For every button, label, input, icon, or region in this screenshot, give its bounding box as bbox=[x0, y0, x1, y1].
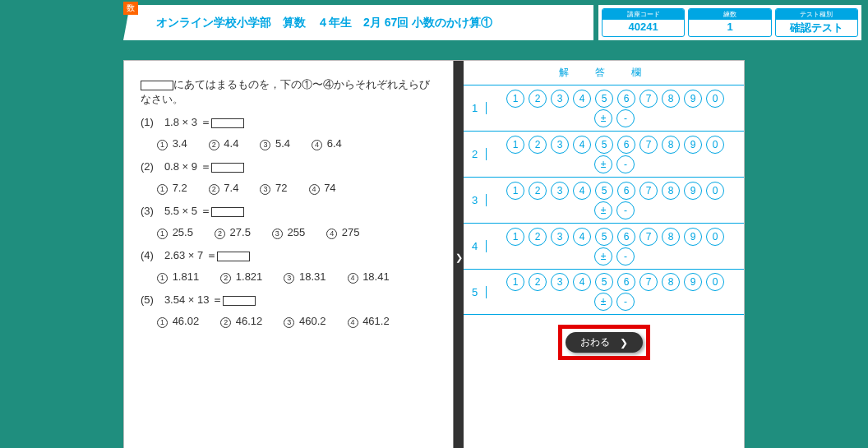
info-code: 講座コード 40241 bbox=[602, 8, 685, 37]
option-value: 74 bbox=[324, 182, 335, 194]
answer-bubble[interactable]: - bbox=[616, 155, 635, 173]
end-button-label: おわる bbox=[580, 335, 610, 349]
blank-box bbox=[223, 296, 256, 306]
answer-bubble[interactable]: - bbox=[616, 247, 635, 266]
answer-bubble[interactable]: 5 bbox=[595, 90, 613, 108]
option-marker: 3 bbox=[284, 273, 294, 284]
answer-bubble[interactable]: 0 bbox=[706, 182, 724, 200]
answer-bubble[interactable]: 2 bbox=[529, 90, 547, 108]
q-expr: 3.54 × 13 ＝ bbox=[164, 293, 223, 306]
answer-bubble[interactable]: ± bbox=[594, 155, 612, 173]
answer-bubble[interactable]: 4 bbox=[573, 136, 591, 154]
question-item: (1) 1.8 × 3 ＝1 3.4 2 4.4 3 5.4 4 6.4 bbox=[141, 115, 436, 151]
answer-bubble[interactable]: 7 bbox=[639, 182, 658, 200]
answer-bubble[interactable]: 3 bbox=[551, 90, 569, 108]
answer-bubble[interactable]: 7 bbox=[639, 273, 658, 291]
answer-bubble[interactable]: 0 bbox=[706, 273, 724, 291]
answer-bubble[interactable]: - bbox=[616, 201, 635, 219]
answer-bubble[interactable]: ± bbox=[594, 293, 612, 311]
answer-bubble[interactable]: 1 bbox=[506, 273, 524, 291]
blank-box bbox=[211, 207, 244, 217]
answer-bubble[interactable]: 3 bbox=[551, 228, 569, 246]
option-value: 46.02 bbox=[173, 315, 200, 327]
answer-row: 21234567890±- bbox=[464, 131, 744, 177]
blank-box bbox=[141, 81, 173, 90]
answer-bubble[interactable]: 1 bbox=[506, 90, 524, 108]
option-marker: 3 bbox=[284, 317, 294, 328]
option-value: 46.12 bbox=[236, 315, 263, 327]
q-expr: 5.5 × 5 ＝ bbox=[164, 205, 211, 217]
answer-bubble[interactable]: 5 bbox=[595, 273, 613, 291]
answer-bubble[interactable]: 8 bbox=[662, 182, 680, 200]
answer-bubble[interactable]: 3 bbox=[551, 136, 569, 154]
answer-bubble[interactable]: 2 bbox=[529, 182, 547, 200]
answer-title: 解 答 欄 bbox=[464, 61, 744, 85]
answer-bubble[interactable]: 6 bbox=[617, 273, 635, 291]
answer-bubble[interactable]: - bbox=[616, 109, 635, 127]
answer-bubble[interactable]: - bbox=[616, 293, 635, 311]
option-marker: 4 bbox=[326, 229, 337, 239]
answer-bubble[interactable]: 1 bbox=[506, 136, 524, 154]
answer-bubble[interactable]: 1 bbox=[506, 182, 524, 200]
row-number: 5 bbox=[464, 286, 487, 298]
answer-bubble[interactable]: 9 bbox=[684, 90, 702, 108]
answer-bubble[interactable]: 7 bbox=[639, 90, 658, 108]
answer-bubble[interactable]: 2 bbox=[529, 136, 547, 154]
info-type: テスト種別 確認テスト bbox=[775, 8, 858, 37]
answer-bubble[interactable]: 9 bbox=[684, 228, 702, 246]
answer-bubble[interactable]: ± bbox=[594, 109, 612, 127]
answer-bubble[interactable]: 4 bbox=[573, 90, 591, 108]
option-marker: 1 bbox=[157, 140, 168, 150]
answer-bubble[interactable]: 0 bbox=[706, 228, 724, 246]
answer-bubble[interactable]: 5 bbox=[595, 136, 613, 154]
question-pane: にあてはまるものを，下の①〜④からそれぞれえらびなさい。 (1) 1.8 × 3… bbox=[124, 61, 453, 448]
q-opts: 1 3.4 2 4.4 3 5.4 4 6.4 bbox=[141, 136, 436, 151]
answer-bubble[interactable]: 0 bbox=[706, 136, 724, 154]
answer-row: 11234567890±- bbox=[464, 85, 744, 131]
answer-bubble[interactable]: 6 bbox=[617, 182, 635, 200]
info-num-value: 1 bbox=[689, 20, 770, 34]
answer-bubble[interactable]: 2 bbox=[529, 273, 547, 291]
answer-bubble[interactable]: 3 bbox=[551, 273, 569, 291]
option-value: 275 bbox=[342, 226, 360, 238]
answer-bubble[interactable]: 8 bbox=[662, 90, 680, 108]
answer-bubble[interactable]: 8 bbox=[662, 273, 680, 291]
chevron-right-icon: ❯ bbox=[455, 252, 463, 263]
answer-bubble[interactable]: 9 bbox=[684, 136, 702, 154]
answer-bubble[interactable]: 7 bbox=[639, 228, 658, 246]
answer-bubble[interactable]: 4 bbox=[573, 273, 591, 291]
answer-bubble[interactable]: 8 bbox=[662, 228, 680, 246]
answer-bubble[interactable]: 3 bbox=[551, 182, 569, 200]
answer-bubble[interactable]: 8 bbox=[662, 136, 680, 154]
answer-bubble[interactable]: 6 bbox=[617, 228, 635, 246]
answer-bubble[interactable]: 6 bbox=[617, 136, 635, 154]
answer-bubble[interactable]: 5 bbox=[595, 182, 613, 200]
q-expr: 0.8 × 9 ＝ bbox=[164, 160, 211, 173]
answer-bubble[interactable]: 9 bbox=[684, 273, 702, 291]
answer-bubble[interactable]: 0 bbox=[706, 90, 724, 108]
answer-bubble[interactable]: ± bbox=[594, 247, 612, 266]
end-highlight: おわる ❯ bbox=[558, 325, 650, 360]
bubble-group: 1234567890±- bbox=[487, 178, 744, 223]
answer-row: 41234567890±- bbox=[464, 223, 744, 269]
q-index: (4) bbox=[141, 249, 154, 261]
answer-pane: 解 答 欄 11234567890±-21234567890±-31234567… bbox=[464, 61, 744, 448]
option-value: 7.4 bbox=[224, 182, 238, 194]
answer-bubble[interactable]: ± bbox=[594, 201, 612, 219]
expand-bar[interactable]: ❯ bbox=[454, 61, 464, 448]
end-button[interactable]: おわる ❯ bbox=[566, 332, 643, 353]
q-opts: 1 25.5 2 27.5 3 255 4 275 bbox=[141, 225, 436, 240]
answer-bubble[interactable]: 2 bbox=[529, 228, 547, 246]
answer-bubble[interactable]: 6 bbox=[617, 90, 635, 108]
answer-bubble[interactable]: 1 bbox=[506, 228, 524, 246]
answer-bubble[interactable]: 4 bbox=[573, 182, 591, 200]
option-value: 461.2 bbox=[362, 315, 390, 327]
answer-bubble[interactable]: 4 bbox=[573, 228, 591, 246]
answer-bubble[interactable]: 9 bbox=[684, 182, 702, 200]
option-value: 5.4 bbox=[275, 137, 290, 150]
chevron-right-icon: ❯ bbox=[620, 337, 628, 349]
q-index: (3) bbox=[141, 205, 154, 217]
answer-bubble[interactable]: 7 bbox=[639, 136, 658, 154]
bubble-group: 1234567890±- bbox=[487, 132, 744, 177]
answer-bubble[interactable]: 5 bbox=[595, 228, 613, 246]
